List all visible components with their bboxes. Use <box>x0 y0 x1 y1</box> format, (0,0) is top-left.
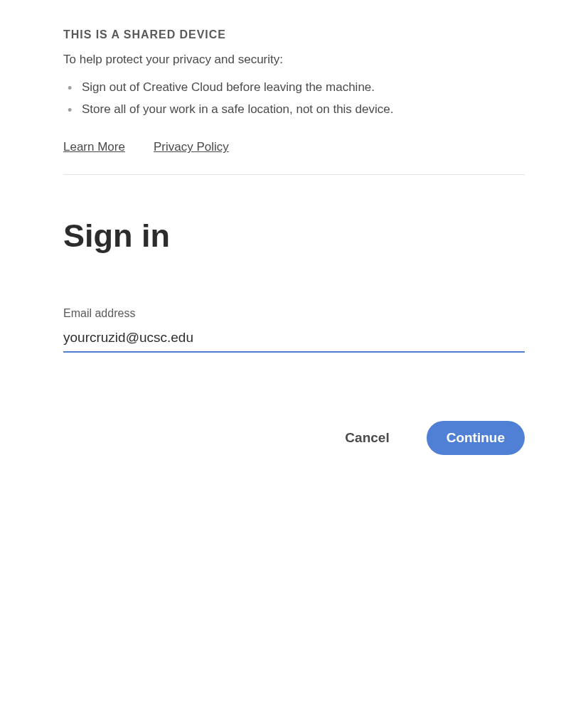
email-label: Email address <box>63 307 525 320</box>
privacy-policy-link[interactable]: Privacy Policy <box>154 140 229 154</box>
actions-row: Cancel Continue <box>63 421 525 455</box>
banner-links-row: Learn More Privacy Policy <box>63 140 525 154</box>
section-divider <box>63 174 525 175</box>
email-input[interactable] <box>63 327 525 353</box>
email-field-container: Email address <box>63 307 525 353</box>
learn-more-link[interactable]: Learn More <box>63 140 125 154</box>
list-item: Store all of your work in a safe locatio… <box>63 99 525 121</box>
cancel-button[interactable]: Cancel <box>345 430 389 446</box>
page-title: Sign in <box>63 218 525 255</box>
shared-device-subtext: To help protect your privacy and securit… <box>63 53 525 67</box>
shared-device-heading: THIS IS A SHARED DEVICE <box>63 28 525 41</box>
shared-device-list: Sign out of Creative Cloud before leavin… <box>63 77 525 120</box>
continue-button[interactable]: Continue <box>427 421 525 455</box>
list-item: Sign out of Creative Cloud before leavin… <box>63 77 525 99</box>
